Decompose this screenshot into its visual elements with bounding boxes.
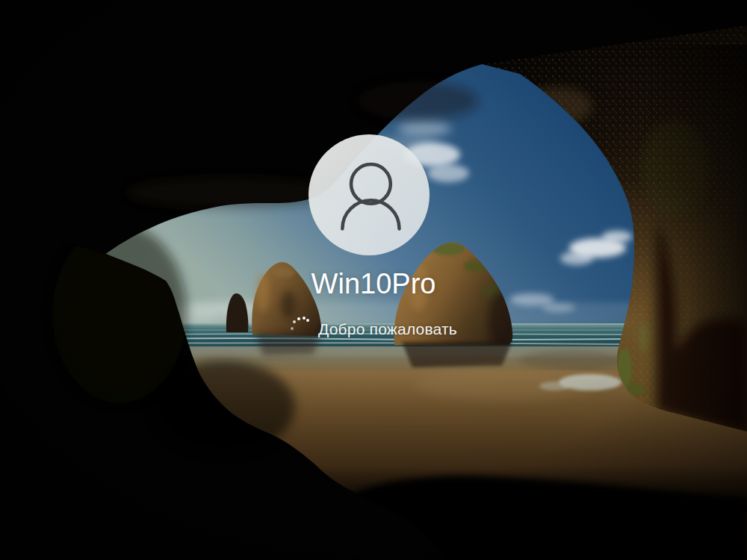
username-label: Win10Pro <box>0 269 747 299</box>
welcome-status: Добро пожаловать <box>0 316 747 337</box>
windows-welcome-screen: Win10Pro Добро пожаловать <box>0 0 747 560</box>
sign-in-panel: Win10Pro Добро пожаловать <box>0 0 747 560</box>
welcome-message: Добро пожаловать <box>318 315 457 338</box>
loading-dots-spinner <box>290 316 311 337</box>
user-avatar <box>309 134 430 255</box>
user-silhouette-icon <box>309 134 430 255</box>
